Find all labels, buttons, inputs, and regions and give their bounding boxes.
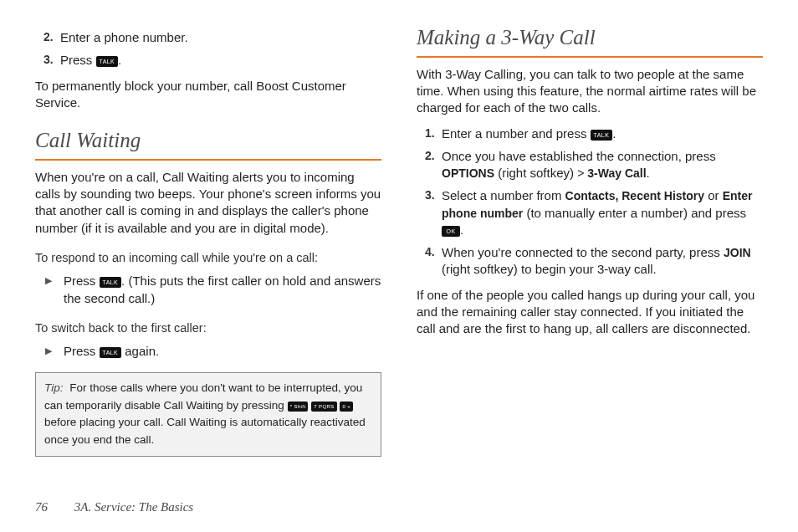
heading-call-waiting: Call Waiting xyxy=(35,126,381,161)
options-label: OPTIONS xyxy=(442,166,494,180)
contacts-label: Contacts, Recent History xyxy=(565,189,704,202)
step-number: 4. xyxy=(425,244,435,260)
talk-key-icon: TALK xyxy=(96,56,119,67)
step-text: Press xyxy=(60,53,96,67)
respond-bullet-list: Press TALK. (This puts the first caller … xyxy=(43,273,381,307)
step-item: 1. Enter a number and press TALK. xyxy=(425,125,763,142)
switch-label: To switch back to the first caller: xyxy=(35,320,381,337)
step-item: 2. Once you have established the connect… xyxy=(425,148,763,182)
step-text: (right softkey) to begin your 3-way call… xyxy=(442,262,657,276)
step-number: 3. xyxy=(425,187,435,203)
bullet-text: again. xyxy=(121,344,159,358)
step-text: . xyxy=(460,223,463,237)
tip-box: Tip: For those calls where you don't wan… xyxy=(35,372,381,458)
step-item: 3. Press TALK. xyxy=(43,52,381,69)
step-number: 2. xyxy=(43,29,54,45)
talk-key-icon: TALK xyxy=(591,130,613,141)
three-way-outro: If one of the people you called hangs up… xyxy=(417,287,763,338)
join-label: JOIN xyxy=(724,246,751,259)
bullet-item: Press TALK again. xyxy=(43,343,381,360)
step-text: . xyxy=(612,126,616,141)
ok-key-icon: OK xyxy=(442,226,460,237)
talk-key-icon: TALK xyxy=(100,347,122,358)
content-columns: 2. Enter a phone number. 3. Press TALK. … xyxy=(35,23,763,457)
step-item: 4. When you're connected to the second p… xyxy=(425,244,763,279)
permanent-block-text: To permanently block your number, call B… xyxy=(35,78,381,112)
three-way-steps: 1. Enter a number and press TALK. 2. Onc… xyxy=(425,125,763,279)
tip-text: before placing your call. Call Waiting i… xyxy=(44,416,366,446)
step-text: Enter a phone number. xyxy=(60,30,188,44)
section-title: 3A. Service: The Basics xyxy=(74,500,193,514)
step-text: . xyxy=(118,53,121,67)
step-number: 3. xyxy=(43,52,54,68)
right-column: Making a 3-Way Call With 3-Way Calling, … xyxy=(417,23,763,457)
call-waiting-intro: When you're on a call, Call Waiting aler… xyxy=(35,169,381,237)
step-text: or xyxy=(704,188,723,202)
switch-bullet-list: Press TALK again. xyxy=(43,343,381,360)
continued-steps-list: 2. Enter a phone number. 3. Press TALK. xyxy=(43,29,381,69)
bullet-text: Press xyxy=(64,344,100,358)
step-number: 2. xyxy=(425,148,435,164)
three-way-intro: With 3-Way Calling, you can talk to two … xyxy=(417,66,763,117)
step-text: (to manually enter a number) and press xyxy=(523,206,746,220)
step-text: . xyxy=(647,166,650,180)
step-text: Select a number from xyxy=(442,188,565,202)
respond-label: To respond to an incoming call while you… xyxy=(35,250,381,267)
star-key-icon: * Shift xyxy=(288,402,309,412)
tip-label: Tip: xyxy=(44,381,63,394)
step-item: 2. Enter a phone number. xyxy=(43,29,381,46)
step-item: 3. Select a number from Contacts, Recent… xyxy=(425,187,763,238)
seven-key-icon: 7 PQRS xyxy=(311,402,336,412)
step-number: 1. xyxy=(425,125,435,141)
step-text: Enter a number and press xyxy=(442,126,591,141)
heading-3way-call: Making a 3-Way Call xyxy=(417,23,763,58)
page-footer: 76 3A. Service: The Basics xyxy=(35,499,193,515)
step-text: Once you have established the connection… xyxy=(442,149,716,163)
left-column: 2. Enter a phone number. 3. Press TALK. … xyxy=(35,23,381,457)
page-number: 76 xyxy=(35,500,48,514)
three-way-call-label: 3-Way Call xyxy=(584,166,646,180)
step-text: When you're connected to the second part… xyxy=(442,245,724,259)
talk-key-icon: TALK xyxy=(100,277,122,288)
bullet-text: Press xyxy=(64,274,100,288)
bullet-item: Press TALK. (This puts the first caller … xyxy=(43,273,381,307)
zero-key-icon: 0 + xyxy=(340,402,353,412)
step-text: (right softkey) xyxy=(494,166,577,180)
